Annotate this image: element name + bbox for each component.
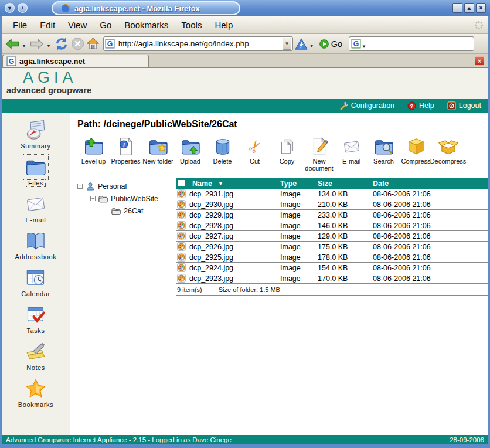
toolbar-e-mail-button[interactable]: E-mail (335, 137, 368, 165)
menu-view[interactable]: View (62, 18, 93, 32)
tree-node-publicwebsite[interactable]: −PublicWebSite (77, 192, 176, 205)
file-row[interactable]: dcp_2926.jpgImage175.0 KB08-06-2006 21:0… (176, 242, 488, 252)
properties-icon: i (116, 137, 136, 157)
tab-close-button[interactable]: × (475, 56, 484, 66)
extension-lightning-icon[interactable] (295, 38, 308, 50)
sidebar-item-files[interactable]: Files (25, 157, 46, 186)
file-size: 129.0 KB (318, 232, 373, 240)
search-engine-dropdown[interactable]: ▼ (362, 44, 366, 49)
window-menu-button[interactable]: ▼ (5, 3, 15, 13)
file-date: 08-06-2006 21:06 (373, 232, 488, 240)
help-button[interactable]: ?Help (407, 101, 434, 110)
column-date[interactable]: Date (373, 179, 488, 188)
sidebar-item-notes[interactable]: Notes (25, 341, 47, 371)
column-name[interactable]: Name (192, 179, 212, 188)
menu-help[interactable]: Help (208, 18, 239, 32)
toolbar-search-button[interactable]: Search (368, 137, 400, 165)
tab-agia-linkscape[interactable]: G agia.linkscape.net (2, 55, 149, 67)
file-type: Image (280, 232, 318, 240)
new-folder-icon (148, 137, 168, 157)
minimize-button[interactable]: _ (452, 3, 462, 13)
back-button[interactable] (5, 36, 20, 52)
toolbar-delete-button[interactable]: Delete (206, 137, 239, 165)
configuration-button[interactable]: Configuration (339, 101, 394, 110)
collapse-toggle[interactable]: − (90, 196, 96, 201)
file-row[interactable]: dcp_2929.jpgImage233.0 KB08-06-2006 21:0… (176, 210, 488, 220)
select-all-checkbox[interactable] (178, 180, 185, 186)
back-dropdown[interactable]: ▼ (22, 43, 26, 49)
forward-dropdown[interactable]: ▼ (46, 43, 51, 49)
toolbar-upload-button[interactable]: Upload (174, 137, 206, 165)
sidebar-item-tasks[interactable]: Tasks (25, 304, 46, 334)
file-row[interactable]: dcp_2923.jpgImage170.0 KB08-06-2006 21:0… (176, 273, 488, 284)
file-row[interactable]: dcp_2931.jpgImage134.0 KB08-06-2006 21:0… (176, 189, 488, 199)
extension-dropdown[interactable]: ▼ (309, 43, 314, 49)
calendar-icon (25, 267, 46, 289)
image-file-icon (177, 274, 186, 283)
tree-node-personal[interactable]: −Personal (77, 180, 176, 192)
toolbar-copy-button[interactable]: Copy (271, 137, 303, 165)
svg-text:i: i (122, 142, 124, 148)
sidebar-item-summary[interactable]: Summary (19, 120, 52, 150)
folder-tree: −Personal−PublicWebSite26Cat (77, 178, 176, 296)
toolbar-new-folder-button[interactable]: New folder (142, 137, 174, 165)
go-icon (319, 39, 329, 49)
file-row[interactable]: dcp_2928.jpgImage146.0 KB08-06-2006 21:0… (176, 220, 488, 231)
menu-file[interactable]: File (6, 18, 33, 32)
file-row[interactable]: dcp_2924.jpgImage154.0 KB08-06-2006 21:0… (176, 263, 488, 273)
file-name: dcp_2928.jpg (189, 222, 233, 230)
reload-button[interactable] (54, 36, 69, 52)
url-bar[interactable]: G ▼ (103, 36, 293, 51)
menu-tools[interactable]: Tools (175, 18, 208, 32)
column-type[interactable]: Type (280, 179, 318, 188)
toolbar-compress-button[interactable]: Compress (400, 137, 432, 165)
menu-bookmarks[interactable]: Bookmarks (118, 18, 175, 32)
file-name: dcp_2923.jpg (189, 274, 233, 283)
file-row[interactable]: dcp_2930.jpgImage210.0 KB08-06-2006 21:0… (176, 199, 488, 210)
sidebar-item-calendar[interactable]: Calendar (19, 267, 52, 297)
file-name: dcp_2927.jpg (189, 232, 233, 240)
forward-button[interactable] (29, 36, 45, 52)
search-input[interactable] (368, 39, 472, 49)
home-button[interactable] (86, 37, 100, 50)
go-button[interactable]: Go (317, 39, 345, 49)
file-type: Image (280, 222, 318, 230)
column-size[interactable]: Size (318, 179, 373, 188)
folder-gray-icon (98, 194, 108, 203)
close-button[interactable]: × (476, 3, 486, 13)
window-sticky-button[interactable]: + (18, 3, 28, 13)
file-row[interactable]: dcp_2925.jpgImage178.0 KB08-06-2006 21:0… (176, 252, 488, 263)
file-row[interactable]: dcp_2927.jpgImage129.0 KB08-06-2006 21:0… (176, 231, 488, 242)
toolbar-cut-button[interactable]: ✂Cut (239, 137, 271, 165)
tree-node-label: Personal (98, 182, 127, 191)
sidebar-item-e-mail[interactable]: E-mail (24, 194, 48, 223)
agia-tagline: advanced groupware (6, 86, 488, 95)
mail-icon (342, 137, 362, 157)
title-capsule: agia.linkscape.net - Mozilla Firefox (52, 1, 240, 15)
shade-button[interactable]: ▲ (464, 3, 474, 13)
url-input[interactable] (117, 39, 280, 49)
module-sidebar: SummaryFilesE-mailAddressbookCalendarTas… (2, 113, 70, 435)
toolbar-new-document-button[interactable]: New document (303, 137, 335, 172)
stop-button[interactable] (71, 37, 84, 50)
appbar-label: Help (419, 101, 434, 110)
sidebar-item-addressbook[interactable]: Addressbook (13, 230, 59, 260)
logout-button[interactable]: Logout (447, 101, 481, 110)
url-history-dropdown[interactable]: ▼ (283, 38, 291, 50)
title-bar[interactable]: ▼ + agia.linkscape.net - Mozilla Firefox… (0, 0, 490, 16)
toolbar-properties-button[interactable]: iProperties (110, 137, 142, 165)
upload-icon (181, 137, 200, 157)
image-file-icon (177, 211, 186, 219)
tree-node-26cat[interactable]: 26Cat (77, 205, 176, 217)
file-date: 08-06-2006 21:06 (373, 222, 488, 230)
menu-go[interactable]: Go (93, 18, 118, 32)
search-bar[interactable]: G ▼ (349, 36, 474, 51)
toolbar-decompress-button[interactable]: Decompress (432, 137, 464, 165)
sidebar-item-bookmarks[interactable]: Bookmarks (16, 378, 55, 408)
menu-edit[interactable]: Edit (33, 18, 62, 32)
agia-logo: AGIA (23, 70, 488, 86)
item-count: 9 item(s) (177, 286, 202, 293)
table-header[interactable]: Name ▼ Type Size Date (176, 178, 488, 189)
collapse-toggle[interactable]: − (77, 184, 83, 189)
toolbar-level-up-button[interactable]: Level up (77, 137, 110, 165)
